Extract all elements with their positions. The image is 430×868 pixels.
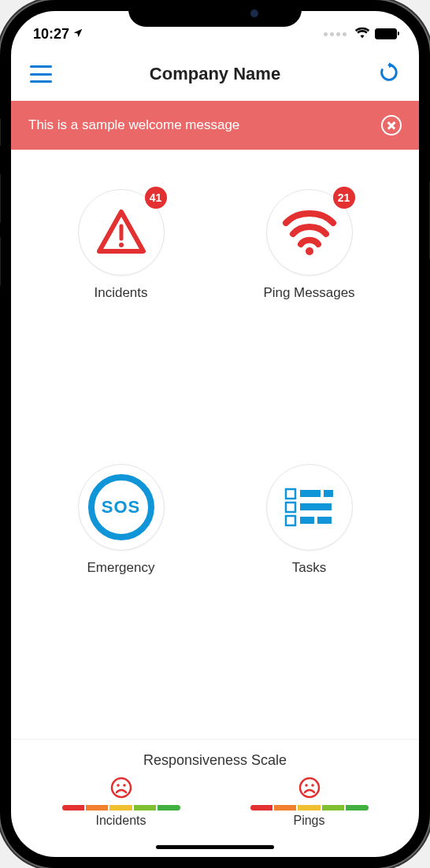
tile-circle — [266, 464, 353, 551]
svg-point-16 — [305, 784, 308, 787]
hamburger-menu-icon[interactable] — [30, 65, 52, 83]
screen: 10:27 Company Name — [11, 11, 419, 857]
sad-face-icon — [110, 777, 132, 802]
footer: Responsiveness Scale Incidents — [11, 739, 419, 837]
side-button — [0, 118, 1, 147]
svg-rect-5 — [286, 503, 295, 512]
cellular-dots-icon — [324, 32, 347, 36]
scale-incidents[interactable]: Incidents — [62, 777, 180, 828]
tile-ping-messages[interactable]: 21 Ping Messages — [215, 173, 403, 448]
sad-face-icon — [298, 777, 321, 802]
svg-point-17 — [311, 784, 314, 787]
incidents-badge: 41 — [145, 187, 167, 209]
svg-rect-8 — [324, 490, 333, 497]
notch — [128, 0, 302, 27]
status-right — [324, 26, 397, 43]
svg-point-13 — [117, 784, 120, 787]
tile-label: Ping Messages — [263, 285, 354, 301]
svg-point-2 — [306, 247, 313, 255]
scale-label: Incidents — [95, 814, 146, 828]
svg-point-12 — [112, 778, 131, 797]
scales: Incidents Pings — [27, 777, 403, 828]
refresh-button[interactable] — [378, 61, 400, 87]
close-banner-icon[interactable] — [381, 115, 402, 135]
wifi-waves-icon — [282, 209, 337, 256]
tile-incidents[interactable]: 41 Incidents — [27, 173, 215, 448]
svg-point-1 — [119, 243, 124, 247]
svg-rect-9 — [300, 503, 332, 510]
warning-triangle-icon — [96, 207, 146, 258]
tile-label: Emergency — [87, 560, 155, 576]
device-frame: 10:27 Company Name — [0, 0, 430, 868]
page-title: Company Name — [150, 64, 280, 84]
svg-rect-10 — [300, 517, 314, 524]
svg-rect-6 — [286, 516, 295, 525]
tile-circle: SOS — [78, 464, 165, 551]
svg-point-15 — [300, 778, 319, 797]
scale-title: Responsiveness Scale — [27, 752, 403, 769]
banner-text: This is a sample welcome message — [28, 117, 239, 133]
welcome-banner: This is a sample welcome message — [11, 101, 419, 150]
svg-rect-11 — [317, 517, 332, 524]
tile-label: Tasks — [292, 560, 326, 576]
home-indicator[interactable] — [156, 845, 274, 849]
scale-label: Pings — [293, 814, 324, 828]
scale-pings[interactable]: Pings — [250, 777, 369, 828]
tile-tasks[interactable]: Tasks — [215, 448, 403, 723]
sos-text: SOS — [102, 497, 140, 517]
side-button — [0, 236, 1, 287]
wifi-icon — [354, 26, 370, 43]
scale-bar — [62, 805, 180, 811]
tile-emergency[interactable]: SOS Emergency — [27, 448, 215, 723]
status-time: 10:27 — [33, 26, 69, 43]
tile-circle: 41 — [78, 189, 165, 276]
scale-bar — [250, 805, 369, 811]
tile-label: Incidents — [94, 285, 147, 301]
battery-icon — [375, 28, 397, 39]
side-button — [0, 173, 1, 224]
task-list-icon — [284, 486, 335, 529]
nav-header: Company Name — [11, 49, 419, 101]
tile-circle: 21 — [266, 189, 353, 276]
status-left: 10:27 — [33, 26, 83, 43]
tiles-grid: 41 Incidents 21 Ping Messages — [11, 150, 419, 739]
pings-badge: 21 — [333, 187, 355, 209]
svg-rect-4 — [286, 489, 295, 499]
location-arrow-icon — [72, 26, 83, 43]
svg-point-14 — [123, 784, 126, 787]
svg-rect-7 — [300, 490, 321, 497]
